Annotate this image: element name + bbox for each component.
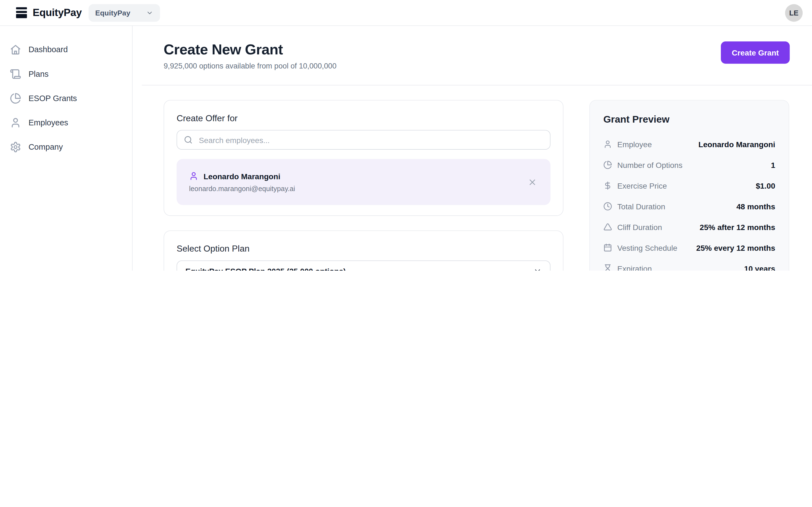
calendar-icon — [603, 243, 612, 252]
preview-row-employee: Employee Leonardo Marangoni — [603, 140, 775, 149]
plan-select-value: EquityPay ESOP Plan 2025 (25,000 options… — [185, 267, 346, 271]
main-content: Create New Grant 9,925,000 options avail… — [132, 26, 812, 271]
app-window: EquityPay EquityPay LE Dashboard Plans E… — [0, 0, 812, 271]
preview-value: Leonardo Marangoni — [699, 140, 775, 149]
preview-row-options: Number of Options 1 — [603, 160, 775, 169]
user-icon — [10, 117, 21, 128]
topbar: EquityPay EquityPay LE — [0, 0, 812, 26]
sidebar-item-plans[interactable]: Plans — [0, 62, 132, 86]
chevron-down-icon — [146, 9, 153, 16]
company-selector-value: EquityPay — [95, 9, 130, 17]
preview-label: Employee — [617, 140, 652, 149]
home-icon — [10, 44, 21, 55]
preview-value: 10 years — [744, 264, 775, 271]
search-icon — [184, 135, 193, 144]
user-icon — [603, 140, 612, 149]
employee-email: leonardo.marangoni@equitypay.ai — [189, 185, 538, 192]
preview-label: Cliff Duration — [617, 223, 662, 231]
preview-row-cliff: Cliff Duration 25% after 12 months — [603, 223, 775, 231]
preview-row-exercise-price: Exercise Price $1.00 — [603, 181, 775, 190]
sidebar-item-company[interactable]: Company — [0, 135, 132, 159]
sidebar-item-label: Plans — [29, 69, 49, 78]
create-grant-button[interactable]: Create Grant — [721, 42, 790, 64]
sidebar-item-label: Company — [29, 142, 63, 152]
sidebar-item-label: Employees — [29, 118, 68, 127]
preview-value: $1.00 — [756, 181, 775, 190]
preview-value: 1 — [771, 160, 775, 169]
plan-select[interactable]: EquityPay ESOP Plan 2025 (25,000 options… — [176, 261, 550, 271]
plan-section-title: Select Option Plan — [176, 244, 550, 254]
company-selector[interactable]: EquityPay — [89, 4, 160, 21]
sidebar-item-label: ESOP Grants — [29, 93, 77, 103]
preview-row-vesting-schedule: Vesting Schedule 25% every 12 months — [603, 243, 775, 252]
app-logo: EquityPay — [33, 7, 82, 18]
remove-employee-button[interactable] — [528, 177, 537, 187]
employee-search-input[interactable] — [176, 130, 550, 150]
avatar-initials: LE — [789, 9, 799, 17]
preview-row-total-duration: Total Duration 48 months — [603, 202, 775, 211]
sidebar-item-esop-grants[interactable]: ESOP Grants — [0, 86, 132, 110]
close-icon — [528, 177, 537, 187]
select-plan-card: Select Option Plan EquityPay ESOP Plan 2… — [164, 230, 564, 271]
triangle-icon — [603, 223, 612, 231]
preview-label: Total Duration — [617, 202, 665, 211]
pie-chart-icon — [10, 93, 21, 104]
selected-employee-card: Leonardo Marangoni leonardo.marangoni@eq… — [176, 159, 550, 205]
scroll-icon — [10, 68, 21, 79]
preview-value: 48 months — [736, 202, 775, 211]
grant-form: Create Offer for Leonardo Marangoni leon… — [164, 100, 564, 271]
preview-title: Grant Preview — [603, 114, 775, 125]
preview-label: Vesting Schedule — [617, 243, 677, 252]
clock-icon — [603, 202, 612, 211]
preview-label: Number of Options — [617, 160, 683, 169]
sidebar-item-dashboard[interactable]: Dashboard — [0, 37, 132, 62]
preview-label: Expiration — [617, 264, 652, 271]
preview-value: 25% every 12 months — [696, 243, 775, 252]
grant-preview-panel: Grant Preview Employee Leonardo Marangon… — [589, 100, 789, 271]
pool-availability-text: 9,925,000 options available from pool of… — [164, 62, 337, 70]
page-header: Create New Grant 9,925,000 options avail… — [132, 26, 812, 70]
sidebar-item-employees[interactable]: Employees — [0, 110, 132, 134]
hourglass-icon — [603, 264, 612, 271]
employee-name: Leonardo Marangoni — [204, 172, 280, 181]
page-title: Create New Grant — [164, 42, 337, 58]
dollar-icon — [603, 181, 612, 190]
user-icon — [189, 171, 198, 181]
user-avatar[interactable]: LE — [785, 4, 803, 21]
offer-section-title: Create Offer for — [176, 113, 550, 124]
preview-value: 25% after 12 months — [700, 223, 775, 231]
menu-icon[interactable] — [16, 7, 27, 18]
sidebar-item-label: Dashboard — [29, 45, 68, 54]
preview-row-expiration: Expiration 10 years — [603, 264, 775, 271]
create-offer-card: Create Offer for Leonardo Marangoni leon… — [164, 100, 564, 216]
pie-chart-icon — [603, 160, 612, 169]
sidebar: Dashboard Plans ESOP Grants Employees Co… — [0, 26, 132, 271]
preview-label: Exercise Price — [617, 181, 667, 190]
chevron-down-icon — [533, 267, 542, 271]
gear-icon — [10, 141, 21, 153]
